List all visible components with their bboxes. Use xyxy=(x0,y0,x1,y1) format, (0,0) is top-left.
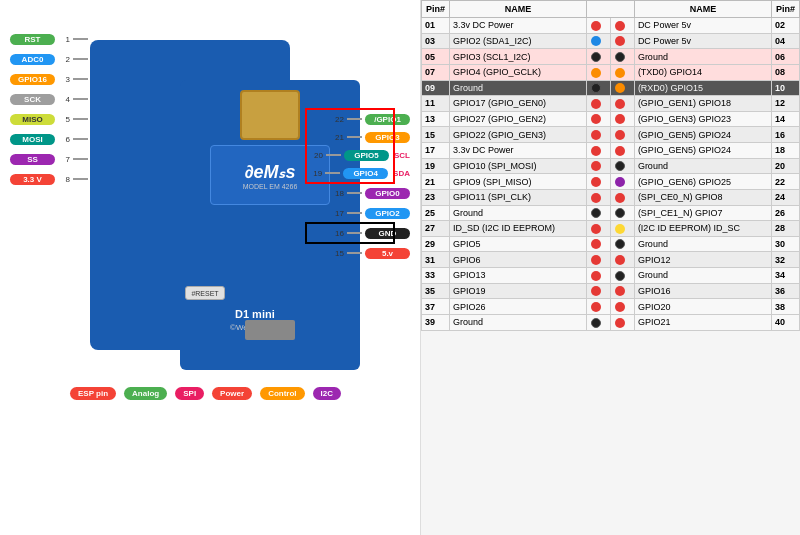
legend-analog: Analog xyxy=(124,387,167,400)
pin-name-left: Ground xyxy=(450,80,587,96)
pin-name-right: Ground xyxy=(634,236,771,252)
pin-row: SS 7 xyxy=(10,150,88,168)
pin-name-left: GPIO13 xyxy=(450,268,587,284)
pin-name-right: DC Power 5v xyxy=(634,18,771,34)
dot-right xyxy=(615,161,625,171)
col-name-left: NAME xyxy=(450,1,587,18)
dot-left xyxy=(591,208,601,218)
dot-left xyxy=(591,52,601,62)
pin-name-left: GPIO17 (GPIO_GEN0) xyxy=(450,96,587,112)
pin-row-right: 17 GPIO2 xyxy=(310,204,410,222)
pin-num-left: 15 xyxy=(422,127,450,143)
pin-row: MOSI 6 xyxy=(10,130,88,148)
pin-gpio16: GPIO16 xyxy=(10,74,55,85)
pin-labels-left: RST 1 ADC0 2 GPIO16 3 SCK 4 MISO 5 xyxy=(10,30,88,188)
dots-right xyxy=(610,268,634,284)
pin-gnd: GND xyxy=(365,228,410,239)
dot-left xyxy=(591,114,601,124)
pin-num-left: 39 xyxy=(422,314,450,330)
dot-left xyxy=(591,99,601,109)
pin-name-right: (TXD0) GPIO14 xyxy=(634,64,771,80)
dot-right xyxy=(615,130,625,140)
pin-gpio2: GPIO2 xyxy=(365,208,410,219)
dot-left xyxy=(591,68,601,78)
table-row: 07 GPIO4 (GPIO_GCLK) (TXD0) GPIO14 08 xyxy=(422,64,800,80)
pin-num-right: 10 xyxy=(771,80,799,96)
table-row: 17 3.3v DC Power (GPIO_GEN5) GPIO24 18 xyxy=(422,143,800,159)
dot-left xyxy=(591,177,601,187)
pin-name-right: GPIO20 xyxy=(634,299,771,315)
dot-right xyxy=(615,83,625,93)
pin-name-right: (RXD0) GPIO15 xyxy=(634,80,771,96)
dot-right xyxy=(615,318,625,328)
pin-sck: SCK xyxy=(10,94,55,105)
dot-left xyxy=(591,21,601,31)
pin-num-right: 28 xyxy=(771,221,799,237)
model-label: MODEL EM 4266 xyxy=(243,183,298,190)
dots-right xyxy=(610,18,634,34)
pin-name-left: GPIO11 (SPI_CLK) xyxy=(450,189,587,205)
col-pin-left: Pin# xyxy=(422,1,450,18)
dot-right xyxy=(615,271,625,281)
pin-ss: SS xyxy=(10,154,55,165)
dot-right xyxy=(615,177,625,187)
pin-row-right: 19 GPIO4 SDA xyxy=(310,164,410,182)
pin-name-right: Ground xyxy=(634,158,771,174)
sda-label: SDA xyxy=(393,169,410,178)
pin-gpio3: GPIO3 xyxy=(365,132,410,143)
pin-name-left: ID_SD (I2C ID EEPROM) xyxy=(450,221,587,237)
table-row: 29 GPIO5 Ground 30 xyxy=(422,236,800,252)
pin-row: ADC0 2 xyxy=(10,50,88,68)
dots-left xyxy=(587,268,611,284)
table-row: 03 GPIO2 (SDA1_I2C) DC Power 5v 04 xyxy=(422,33,800,49)
table-row: 15 GPIO22 (GPIO_GEN3) (GPIO_GEN5) GPIO24… xyxy=(422,127,800,143)
pin-num-right: 22 xyxy=(771,174,799,190)
table-row: 09 Ground (RXD0) GPIO15 10 xyxy=(422,80,800,96)
dots-right xyxy=(610,314,634,330)
dots-right xyxy=(610,299,634,315)
dots-right xyxy=(610,189,634,205)
pin-num-right: 34 xyxy=(771,268,799,284)
dots-left xyxy=(587,111,611,127)
pin-name-left: GPIO9 (SPI_MISO) xyxy=(450,174,587,190)
dot-right xyxy=(615,114,625,124)
dot-left xyxy=(591,286,601,296)
dots-right xyxy=(610,143,634,159)
usb-connector xyxy=(245,320,295,340)
dots-right xyxy=(610,236,634,252)
pin-row-right: 22 /GPIO1 xyxy=(310,110,410,128)
legend-power: Power xyxy=(212,387,252,400)
dot-left xyxy=(591,255,601,265)
dots-left xyxy=(587,283,611,299)
pin-name-left: GPIO3 (SCL1_I2C) xyxy=(450,49,587,65)
pin-name-left: GPIO19 xyxy=(450,283,587,299)
pin-name-left: GPIO6 xyxy=(450,252,587,268)
legend-control: Control xyxy=(260,387,304,400)
dots-right xyxy=(610,283,634,299)
dot-right xyxy=(615,239,625,249)
right-panel: Pin# NAME NAME Pin# 01 3.3v DC Power DC … xyxy=(420,0,800,535)
pin-num-left: 09 xyxy=(422,80,450,96)
pin-name-left: GPIO26 xyxy=(450,299,587,315)
table-row: 31 GPIO6 GPIO12 32 xyxy=(422,252,800,268)
dot-left xyxy=(591,271,601,281)
pin-num-right: 04 xyxy=(771,33,799,49)
pin-labels-right: 22 /GPIO1 21 GPIO3 20 GPIO5 SCL 19 xyxy=(310,110,410,262)
dot-right xyxy=(615,146,625,156)
pin-row: MISO 5 xyxy=(10,110,88,128)
pin-row-right: 16 GND xyxy=(310,224,410,242)
dots-left xyxy=(587,189,611,205)
dot-right xyxy=(615,208,625,218)
pin-row-right: 18 GPIO0 xyxy=(310,184,410,202)
pin-table: Pin# NAME NAME Pin# 01 3.3v DC Power DC … xyxy=(421,0,800,331)
pin-num-left: 11 xyxy=(422,96,450,112)
pin-num-left: 07 xyxy=(422,64,450,80)
pin-name-right: (GPIO_GEN3) GPIO23 xyxy=(634,111,771,127)
pin-num-right: 12 xyxy=(771,96,799,112)
dots-left xyxy=(587,143,611,159)
pin-name-right: (I2C ID EEPROM) ID_SC xyxy=(634,221,771,237)
pin-row-right: 15 5.v xyxy=(310,244,410,262)
col-name-right: NAME xyxy=(634,1,771,18)
pin-num-left: 37 xyxy=(422,299,450,315)
dots-right xyxy=(610,205,634,221)
